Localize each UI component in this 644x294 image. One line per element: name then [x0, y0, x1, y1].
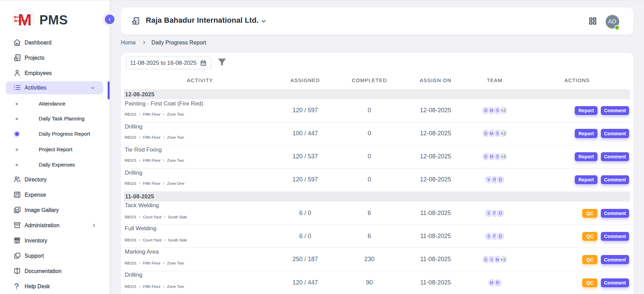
svg-text:M: M: [18, 11, 32, 28]
